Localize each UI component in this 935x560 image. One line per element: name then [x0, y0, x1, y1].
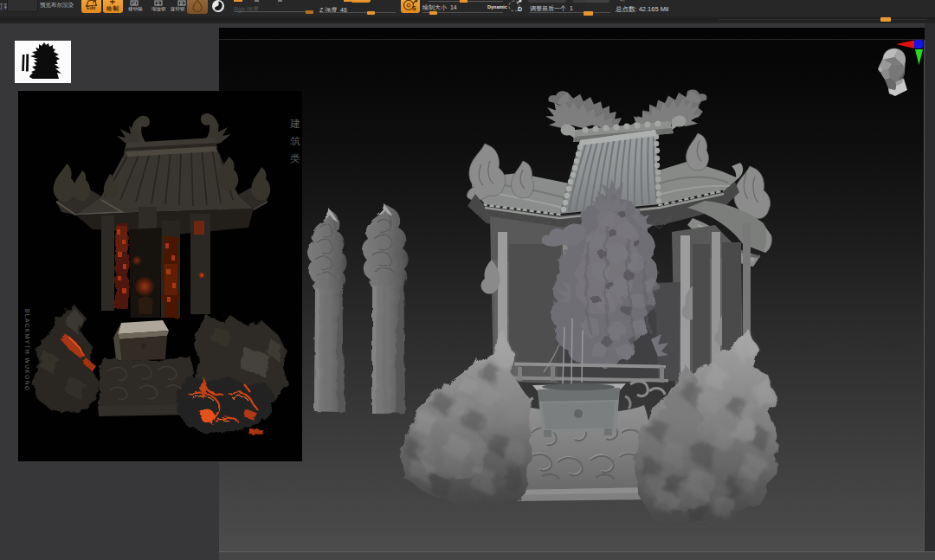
svg-text:BLACKMYTH WUKONG: BLACKMYTH WUKONG	[24, 309, 30, 392]
svg-text:类: 类	[290, 152, 300, 164]
svg-text:建: 建	[289, 118, 300, 130]
svg-text:筑: 筑	[290, 135, 300, 147]
